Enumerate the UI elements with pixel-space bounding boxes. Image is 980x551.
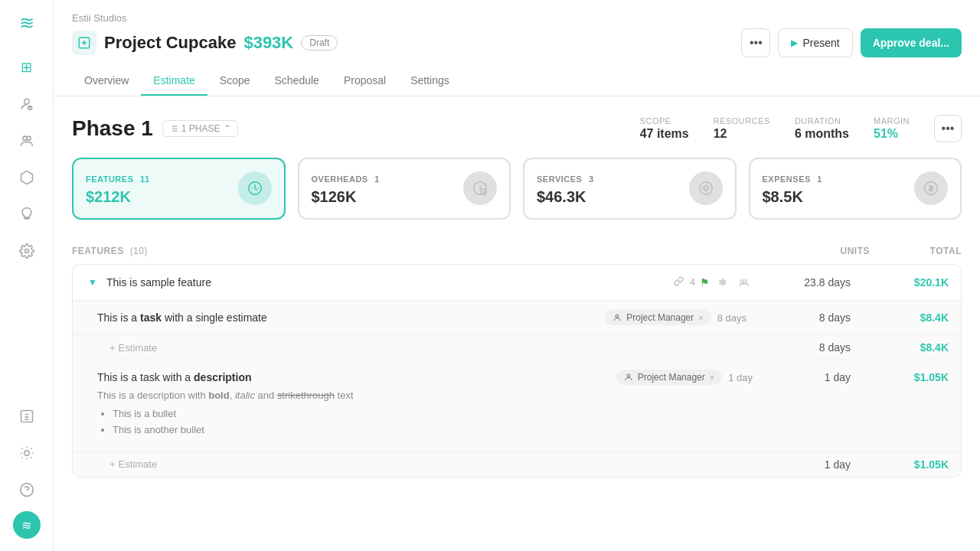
category-card-expenses[interactable]: EXPENSES 1 $8.5K — [749, 158, 962, 220]
category-card-overheads[interactable]: OVERHEADS 1 $126K — [298, 158, 511, 220]
phase-title: Phase 1 — [72, 116, 153, 141]
link-icon — [674, 276, 684, 289]
services-count: 3 — [589, 174, 593, 184]
child-task-2: This is a task with a description Projec… — [73, 360, 961, 477]
task-2-total: $1.05K — [857, 371, 949, 383]
svg-point-6 — [24, 451, 29, 456]
plus-icon-2: + — [109, 458, 116, 470]
role-remove-2[interactable]: × — [710, 373, 714, 382]
role-days-1: 8 days — [717, 312, 746, 324]
features-icon — [238, 171, 272, 205]
sidebar-item-sun[interactable] — [11, 438, 42, 468]
link-count: 4 — [690, 277, 695, 288]
feature-icons: 4 ⚑ ✱ — [674, 274, 753, 291]
draft-badge: Draft — [301, 35, 338, 51]
phase-chevron-icon: ⌃ — [224, 123, 231, 134]
add-estimate-row-1: + Estimate 8 days $8.4K — [73, 334, 961, 360]
svg-point-4 — [24, 249, 28, 253]
nav-tabs: Overview Estimate Scope Schedule Proposa… — [72, 67, 962, 96]
expenses-icon — [914, 171, 948, 205]
margin-label: MARGIN — [874, 116, 910, 126]
overheads-amount: $126K — [312, 188, 380, 206]
role-badge-1: Project Manager × — [605, 310, 710, 325]
features-count: 11 — [140, 174, 149, 184]
tab-schedule[interactable]: Schedule — [263, 67, 332, 96]
task-1-total: $8.4K — [857, 311, 949, 324]
expenses-title: EXPENSES — [763, 174, 811, 184]
add-estimate-button-1[interactable]: + Estimate — [109, 342, 157, 354]
approve-deal-button[interactable]: Approve deal... — [861, 28, 962, 57]
resources-value: 12 — [714, 127, 770, 141]
feature-name-1: This is sample feature — [106, 276, 668, 289]
category-card-services[interactable]: SERVICES 3 $46.3K — [523, 158, 737, 220]
svg-point-3 — [27, 136, 31, 140]
tab-proposal[interactable]: Proposal — [332, 67, 398, 96]
overheads-title: OVERHEADS — [312, 174, 368, 184]
phase-menu-button[interactable]: ••• — [934, 115, 962, 142]
bullet-1: This is a bullet — [113, 406, 949, 422]
add-estimate-button-2[interactable]: + Estimate — [109, 458, 157, 470]
sidebar-item-apps[interactable]: ⊞ — [11, 52, 42, 83]
svg-point-0 — [24, 99, 29, 104]
add-estimate-units-2: 1 day — [759, 458, 851, 471]
svg-point-18 — [627, 374, 630, 377]
project-amount: $393K — [243, 33, 293, 53]
category-cards: FEATURES 11 $212K OVERHEADS 1 $126K — [72, 158, 962, 220]
role-name-2: Project Manager — [638, 372, 705, 383]
features-section: FEATURES (10) UNITS TOTAL ▼ This is samp… — [72, 238, 962, 478]
svg-point-16 — [743, 280, 746, 283]
tab-scope[interactable]: Scope — [207, 67, 263, 96]
services-icon — [689, 171, 723, 205]
asterisk-icon[interactable]: ✱ — [714, 274, 731, 291]
more-options-button[interactable]: ••• — [741, 28, 770, 57]
tab-estimate[interactable]: Estimate — [141, 67, 207, 96]
expenses-amount: $8.5K — [763, 188, 822, 206]
role-badge-2: Project Manager × — [616, 370, 722, 385]
tab-settings[interactable]: Settings — [398, 67, 462, 96]
features-table-count: (10) — [130, 246, 148, 256]
phase-badge: 1 PHASE ⌃ — [162, 120, 238, 137]
features-header: FEATURES (10) UNITS TOTAL — [72, 238, 962, 264]
duration-label: DURATION — [795, 116, 849, 126]
phase-stat-duration: DURATION 6 months — [795, 116, 849, 141]
feature-row-parent-1: ▼ This is sample feature 4 ⚑ ✱ 23.8 days — [73, 265, 961, 300]
header-actions: ••• ▶ Present Approve deal... — [741, 28, 962, 57]
sidebar-item-user-admin[interactable] — [11, 89, 42, 119]
overheads-icon — [463, 171, 497, 205]
sidebar-item-brain[interactable] — [11, 199, 42, 230]
task-2-name: This is a task with a description — [97, 371, 252, 383]
bullet-2: This is another bullet — [113, 422, 949, 438]
sidebar-item-box[interactable] — [11, 162, 42, 193]
sidebar-logo-icon[interactable]: ≋ — [19, 12, 34, 34]
breadcrumb: Estii Studios — [72, 12, 962, 24]
tab-overview[interactable]: Overview — [72, 67, 141, 96]
col-total-header: TOTAL — [870, 246, 962, 256]
expand-button[interactable]: ▼ — [85, 275, 100, 290]
add-estimate-label: Estimate — [119, 342, 158, 354]
add-estimate-row-2: + Estimate 1 day $1.05K — [73, 452, 961, 477]
col-units-header: UNITS — [778, 246, 870, 256]
features-table-label: FEATURES (10) — [72, 246, 778, 256]
add-estimate-total-1: $8.4K — [857, 341, 949, 354]
sidebar-user-avatar[interactable]: ≋ — [13, 511, 41, 539]
sidebar-item-settings[interactable] — [11, 236, 42, 266]
sidebar-item-help[interactable] — [11, 474, 42, 505]
feature-units-1: 23.8 days — [759, 276, 851, 289]
category-card-features[interactable]: FEATURES 11 $212K — [72, 158, 286, 220]
sidebar-item-team[interactable] — [11, 126, 42, 156]
role-name-1: Project Manager — [626, 312, 694, 323]
margin-value: 51% — [874, 127, 910, 141]
feature-total-1: $20.1K — [857, 276, 949, 289]
sidebar-item-building[interactable] — [11, 401, 42, 432]
project-title-row: Project Cupcake $393K Draft ••• ▶ Presen… — [72, 28, 962, 57]
plus-icon: + — [109, 342, 116, 354]
present-button[interactable]: ▶ Present — [778, 28, 852, 57]
task-2-description: This is a description with bold, italic … — [97, 385, 949, 445]
features-amount: $212K — [86, 188, 149, 206]
role-remove-1[interactable]: × — [698, 313, 703, 322]
avatar-group-icon — [736, 274, 753, 291]
duration-value: 6 months — [795, 127, 849, 141]
task-1-units: 8 days — [759, 311, 851, 324]
header: Estii Studios Project Cupcake $393K Draf… — [54, 0, 980, 96]
phase-stat-resources: RESOURCES 12 — [714, 116, 770, 141]
